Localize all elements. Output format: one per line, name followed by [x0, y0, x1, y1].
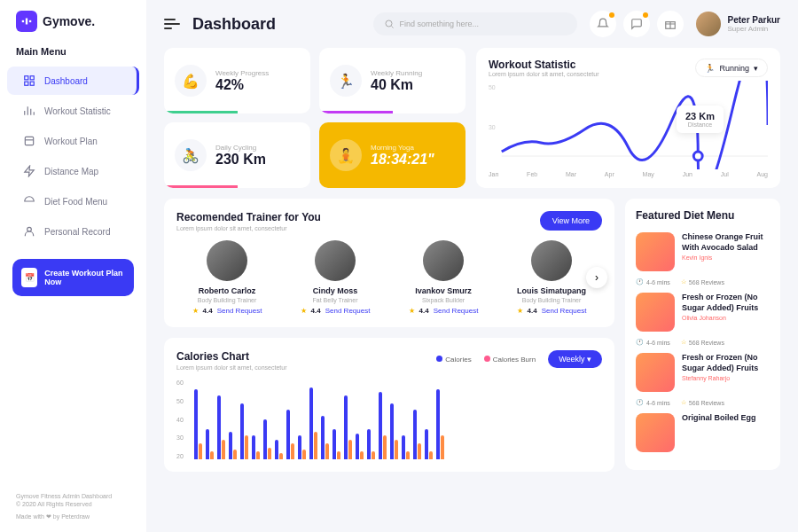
bar-group — [332, 429, 340, 459]
nav-distance-map[interactable]: Distance Map — [7, 157, 139, 185]
logo[interactable]: Gymove. — [0, 11, 146, 32]
bar-group — [298, 435, 306, 459]
gift-icon[interactable] — [657, 11, 684, 37]
bar-group — [344, 395, 352, 459]
bar-group — [356, 434, 364, 459]
bar-group — [379, 392, 387, 460]
clock-icon: 🕐 — [636, 278, 644, 286]
diet-item[interactable]: Fresh or Frozen (No Sugar Added) FruitsO… — [636, 293, 770, 332]
calories-card: Calories ChartLorem ipsum dolor sit amet… — [164, 338, 614, 472]
svg-rect-2 — [29, 20, 31, 22]
diet-image — [636, 232, 675, 271]
trainer-avatar — [315, 240, 356, 281]
bar-group — [436, 389, 444, 459]
muscle-icon: 💪 — [175, 65, 207, 97]
stat-weekly-progress: 💪Weekly Progress42% — [164, 48, 310, 113]
search-input[interactable]: Find something here... — [373, 12, 577, 35]
create-plan-button[interactable]: 📅 Create Workout Plan Now — [12, 259, 134, 296]
view-more-button[interactable]: View More — [540, 211, 602, 231]
notification-icon[interactable] — [590, 11, 616, 37]
workout-statistic-card: Workout StatisticLorem ipsum dolor sit a… — [476, 48, 780, 188]
svg-text:30: 30 — [489, 124, 496, 130]
diet-item[interactable]: Original Boiled Egg — [636, 413, 770, 452]
bar-group — [263, 419, 271, 459]
nav-personal-record[interactable]: Personal Record — [7, 217, 139, 246]
stat-daily-cycling: 🚴Daily Cycling230 Km — [164, 122, 310, 188]
logo-icon — [16, 11, 37, 32]
nav-dashboard[interactable]: Dashboard — [7, 66, 139, 95]
svg-rect-5 — [25, 82, 28, 85]
nav-diet-food[interactable]: Diet Food Menu — [7, 187, 139, 215]
svg-rect-7 — [25, 137, 33, 145]
star-icon: ☆ — [681, 339, 686, 346]
brand-name: Gymove. — [43, 14, 95, 28]
send-request-link[interactable]: Send Request — [542, 307, 587, 315]
chevron-down-icon: ▾ — [754, 64, 758, 73]
nav-workout-statistic[interactable]: Workout Statistic — [7, 97, 139, 125]
cycling-icon: 🚴 — [175, 139, 207, 171]
avatar — [696, 12, 721, 36]
svg-point-14 — [693, 152, 702, 160]
bar-group — [402, 435, 410, 459]
calendar-icon: 📅 — [21, 268, 37, 287]
svg-text:50: 50 — [489, 84, 496, 90]
user-menu[interactable]: Peter Parkur Super Admin — [696, 12, 780, 36]
diet-image — [636, 293, 675, 332]
diet-item[interactable]: Chinese Orange Fruit With Avocado SaladK… — [636, 232, 770, 271]
send-request-link[interactable]: Send Request — [434, 307, 479, 315]
weekly-dropdown[interactable]: Weekly ▾ — [548, 350, 602, 368]
diet-meta: 🕐4-6 mins☆568 Reviews — [636, 339, 770, 346]
stat-weekly-running: 🏃Weekly Running40 Km — [319, 48, 466, 113]
x-axis: JanFebMarAprMayJunJulAug — [489, 171, 768, 177]
trainer-card[interactable]: Ivankov SmurzSixpack Builder★4.4Send Req… — [393, 240, 494, 315]
bar-group — [309, 387, 317, 459]
search-icon — [384, 19, 395, 29]
svg-point-9 — [386, 20, 392, 27]
trainer-avatar — [531, 240, 572, 281]
diet-image — [636, 413, 675, 452]
svg-point-8 — [27, 227, 32, 231]
user-name: Peter Parkur — [728, 15, 780, 25]
svg-rect-6 — [30, 82, 34, 85]
menu-toggle-icon[interactable] — [164, 19, 180, 29]
bar-group — [194, 389, 202, 459]
star-icon: ★ — [409, 307, 415, 315]
diet-item[interactable]: Fresh or Frozen (No Sugar Added) FruitsS… — [636, 353, 770, 392]
footer-text: Gymove Fitness Admin Dashboard © 2020 Al… — [0, 492, 146, 521]
bar-group — [206, 429, 214, 459]
diet-meta: 🕐4-6 mins☆568 Reviews — [636, 399, 770, 406]
trainer-card[interactable]: Cindy MossFat Belly Trainer★4.4Send Requ… — [285, 240, 386, 315]
trainer-card[interactable]: Roberto CarlozBody Building Trainer★4.4S… — [176, 240, 278, 315]
next-arrow-icon[interactable]: › — [586, 267, 607, 288]
running-icon: 🏃 — [330, 65, 362, 97]
bar-group — [425, 429, 433, 459]
menu-label: Main Menu — [0, 46, 146, 57]
trainer-avatar — [423, 240, 464, 281]
clock-icon: 🕐 — [636, 399, 644, 406]
yoga-icon: 🧘 — [330, 139, 362, 171]
bar-group — [275, 440, 283, 460]
running-filter[interactable]: 🏃Running▾ — [695, 59, 768, 77]
star-icon: ☆ — [681, 399, 686, 406]
bar-group — [413, 410, 421, 459]
nav-workout-plan[interactable]: Workout Plan — [7, 127, 139, 155]
send-request-link[interactable]: Send Request — [217, 307, 262, 315]
legend: CaloriesCalories Burn — [436, 356, 536, 364]
star-icon: ★ — [192, 307, 199, 315]
star-icon: ☆ — [681, 278, 686, 286]
star-icon: ★ — [301, 307, 307, 315]
chat-icon[interactable] — [623, 11, 650, 37]
bar-group — [217, 395, 225, 459]
diet-meta: 🕐4-6 mins☆568 Reviews — [636, 278, 770, 286]
y-axis: 6050403020 — [176, 379, 184, 459]
trainers-card: Recomended Trainer for YouLorem ipsum do… — [164, 199, 614, 327]
svg-rect-0 — [22, 20, 24, 22]
bar-group — [229, 432, 237, 460]
bar-group — [367, 429, 375, 459]
send-request-link[interactable]: Send Request — [325, 307, 371, 315]
bar-group — [286, 410, 294, 459]
user-role: Super Admin — [728, 25, 780, 33]
stat-morning-yoga: 🧘Morning Yoga18:34:21" — [319, 122, 466, 188]
bar-group — [390, 403, 398, 459]
svg-rect-4 — [30, 76, 34, 80]
